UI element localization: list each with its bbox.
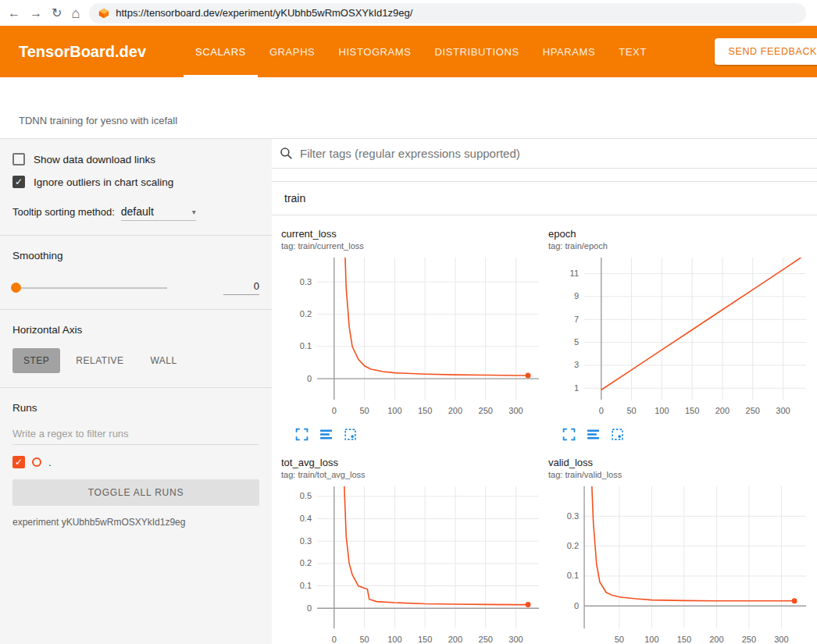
svg-text:7: 7 xyxy=(574,315,579,324)
svg-text:100: 100 xyxy=(644,635,658,644)
ignore-outliers-checkbox[interactable]: ✓ xyxy=(12,176,25,188)
settings-sidebar: Show data download links ✓ Ignore outlie… xyxy=(0,139,272,644)
run-color-swatch xyxy=(32,457,41,467)
chevron-down-icon: ▾ xyxy=(192,208,196,216)
svg-text:0.1: 0.1 xyxy=(300,341,312,350)
url-text: https://tensorboard.dev/experiment/yKUbh… xyxy=(116,7,412,19)
svg-text:200: 200 xyxy=(448,635,462,644)
svg-text:50: 50 xyxy=(615,635,624,644)
tab-text[interactable]: TEXT xyxy=(607,26,658,77)
runs-filter-input[interactable] xyxy=(12,425,259,445)
tooltip-sorting-select[interactable]: default ▾ xyxy=(121,205,196,221)
experiment-id-label: experiment yKUbhb5wRmOSXYkId1z9eg xyxy=(12,517,259,528)
run-row[interactable]: ✓ . xyxy=(12,456,259,468)
forward-icon[interactable]: → xyxy=(30,7,42,20)
tab-histograms[interactable]: HISTOGRAMS xyxy=(326,26,423,77)
browser-chrome: ← → ↻ ⌂ https://tensorboard.dev/experime… xyxy=(0,0,817,26)
chart-plot-epoch[interactable]: 1357911050100150200250300 xyxy=(548,254,812,421)
fit-domain-icon[interactable] xyxy=(611,428,624,441)
tab-scalars[interactable]: SCALARS xyxy=(184,26,258,77)
chart-plot-current_loss[interactable]: 00.10.20.3050100150200250300 xyxy=(281,254,545,421)
chart-title: epoch xyxy=(548,228,812,240)
svg-text:0: 0 xyxy=(307,603,312,613)
svg-text:1: 1 xyxy=(574,383,579,393)
fullscreen-icon[interactable] xyxy=(562,428,576,441)
run-checkbox[interactable]: ✓ xyxy=(12,456,25,468)
svg-text:300: 300 xyxy=(776,406,790,415)
divider xyxy=(0,387,272,388)
chart-tag: tag: train/tot_avg_loss xyxy=(281,470,545,479)
svg-text:9: 9 xyxy=(574,291,579,301)
search-icon xyxy=(280,147,293,160)
tooltip-sorting-value: default xyxy=(121,205,154,218)
smoothing-value[interactable]: 0 xyxy=(223,280,259,295)
svg-text:0.4: 0.4 xyxy=(300,514,312,523)
svg-text:100: 100 xyxy=(387,635,401,644)
svg-text:50: 50 xyxy=(359,635,369,644)
train-group-card: train current_losstag: train/current_los… xyxy=(272,181,817,644)
chart-toolbar xyxy=(281,428,545,441)
train-group-header[interactable]: train xyxy=(272,182,817,215)
svg-text:100: 100 xyxy=(387,406,401,415)
main-panel: train current_losstag: train/current_los… xyxy=(272,139,817,644)
smoothing-slider-thumb[interactable] xyxy=(11,283,21,293)
svg-text:200: 200 xyxy=(715,406,730,415)
fit-domain-icon[interactable] xyxy=(344,428,357,441)
reload-icon[interactable]: ↻ xyxy=(52,7,62,20)
svg-text:250: 250 xyxy=(746,406,760,415)
tab-hparams[interactable]: HPARAMS xyxy=(531,26,608,77)
tab-graphs[interactable]: GRAPHS xyxy=(258,26,327,77)
axis-step-button[interactable]: STEP xyxy=(12,348,60,373)
toggle-all-runs-button[interactable]: TOGGLE ALL RUNS xyxy=(12,479,259,506)
svg-text:0.3: 0.3 xyxy=(567,511,579,521)
svg-text:200: 200 xyxy=(709,635,723,644)
svg-text:0.1: 0.1 xyxy=(300,581,312,590)
back-icon[interactable]: ← xyxy=(8,7,20,20)
chart-card-tot_avg_loss: tot_avg_losstag: train/tot_avg_loss00.10… xyxy=(281,457,545,644)
svg-text:250: 250 xyxy=(742,635,756,644)
svg-text:0.2: 0.2 xyxy=(567,541,579,550)
chart-title: valid_loss xyxy=(548,457,812,468)
svg-text:300: 300 xyxy=(508,635,523,644)
svg-text:0.1: 0.1 xyxy=(567,571,579,580)
chart-title: tot_avg_loss xyxy=(281,457,545,468)
home-icon[interactable]: ⌂ xyxy=(71,6,80,20)
axis-wall-button[interactable]: WALL xyxy=(139,348,187,373)
smoothing-slider[interactable] xyxy=(12,287,167,289)
svg-text:0.3: 0.3 xyxy=(300,277,312,286)
show-download-links-label: Show data download links xyxy=(34,154,155,165)
ignore-outliers-row[interactable]: ✓ Ignore outliers in chart scaling xyxy=(12,176,259,188)
view-runs-icon[interactable] xyxy=(587,428,600,441)
svg-text:5: 5 xyxy=(574,337,579,347)
show-download-links-row[interactable]: Show data download links xyxy=(12,153,259,165)
address-bar[interactable]: https://tensorboard.dev/experiment/yKUbh… xyxy=(89,3,806,23)
show-download-links-checkbox[interactable] xyxy=(12,153,25,165)
svg-text:0.2: 0.2 xyxy=(300,309,312,318)
fullscreen-icon[interactable] xyxy=(295,428,309,441)
chart-card-valid_loss: valid_losstag: train/valid_loss00.10.20.… xyxy=(548,457,812,644)
runs-label: Runs xyxy=(12,402,259,414)
chart-tag: tag: train/current_loss xyxy=(281,241,545,251)
filter-tags-input[interactable] xyxy=(300,147,817,160)
svg-text:150: 150 xyxy=(685,406,699,415)
svg-text:3: 3 xyxy=(574,360,579,369)
chart-tag: tag: train/epoch xyxy=(548,241,812,251)
horizontal-axis-buttons: STEP RELATIVE WALL xyxy=(12,348,259,373)
tab-distributions[interactable]: DISTRIBUTIONS xyxy=(423,26,531,77)
svg-text:0: 0 xyxy=(332,406,337,415)
svg-text:0: 0 xyxy=(599,406,604,415)
svg-text:200: 200 xyxy=(448,406,462,415)
run-name: . xyxy=(48,457,52,468)
view-runs-icon[interactable] xyxy=(319,428,333,441)
svg-text:11: 11 xyxy=(570,269,579,278)
axis-relative-button[interactable]: RELATIVE xyxy=(65,348,134,373)
svg-text:100: 100 xyxy=(655,406,669,415)
app-title: TensorBoard.dev xyxy=(19,43,146,61)
chart-plot-tot_avg_loss[interactable]: 00.10.20.30.40.5050100150200250300 xyxy=(281,482,545,644)
svg-text:0: 0 xyxy=(574,601,579,610)
send-feedback-button[interactable]: SEND FEEDBACK xyxy=(715,38,817,65)
chart-card-current_loss: current_losstag: train/current_loss00.10… xyxy=(281,228,545,441)
experiment-band: TDNN training for yesno with icefall xyxy=(0,77,817,139)
chart-plot-valid_loss[interactable]: 00.10.20.350100150200250300 xyxy=(548,482,812,644)
svg-text:0.3: 0.3 xyxy=(300,536,312,546)
